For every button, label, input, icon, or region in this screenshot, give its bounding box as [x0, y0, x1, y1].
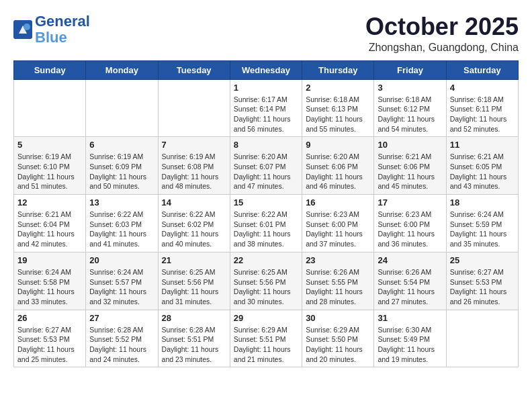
day-info: Sunrise: 6:21 AM Sunset: 6:05 PM Dayligh…	[450, 152, 515, 191]
weekday-monday: Monday	[86, 60, 158, 79]
calendar-cell: 29Sunrise: 6:29 AM Sunset: 5:51 PM Dayli…	[230, 310, 302, 367]
calendar-cell: 15Sunrise: 6:22 AM Sunset: 6:01 PM Dayli…	[230, 195, 302, 253]
day-number: 4	[450, 83, 515, 93]
month-title: October 2025	[365, 13, 519, 40]
location: Zhongshan, Guangdong, China	[365, 42, 519, 54]
logo-icon	[13, 20, 32, 39]
calendar-cell: 18Sunrise: 6:24 AM Sunset: 5:59 PM Dayli…	[446, 195, 518, 253]
calendar-cell: 22Sunrise: 6:25 AM Sunset: 5:56 PM Dayli…	[230, 252, 302, 310]
week-row-4: 19Sunrise: 6:24 AM Sunset: 5:58 PM Dayli…	[14, 252, 519, 310]
day-info: Sunrise: 6:19 AM Sunset: 6:08 PM Dayligh…	[162, 152, 226, 191]
day-info: Sunrise: 6:22 AM Sunset: 6:01 PM Dayligh…	[234, 210, 298, 249]
day-info: Sunrise: 6:22 AM Sunset: 6:03 PM Dayligh…	[89, 210, 154, 249]
day-number: 25	[450, 255, 515, 265]
day-number: 2	[306, 83, 370, 93]
calendar-cell: 11Sunrise: 6:21 AM Sunset: 6:05 PM Dayli…	[446, 137, 518, 195]
day-info: Sunrise: 6:29 AM Sunset: 5:51 PM Dayligh…	[234, 325, 298, 365]
day-number: 13	[89, 197, 154, 208]
calendar-table: SundayMondayTuesdayWednesdayThursdayFrid…	[13, 60, 519, 368]
calendar-cell	[86, 79, 158, 137]
day-number: 21	[162, 255, 226, 265]
calendar-cell: 10Sunrise: 6:21 AM Sunset: 6:06 PM Dayli…	[374, 137, 446, 195]
calendar-cell	[14, 79, 86, 137]
day-info: Sunrise: 6:26 AM Sunset: 5:54 PM Dayligh…	[378, 267, 442, 307]
calendar-cell: 12Sunrise: 6:21 AM Sunset: 6:04 PM Dayli…	[14, 195, 86, 253]
day-number: 20	[89, 255, 154, 265]
calendar-cell: 31Sunrise: 6:30 AM Sunset: 5:49 PM Dayli…	[374, 310, 446, 367]
day-number: 6	[89, 140, 154, 150]
week-row-5: 26Sunrise: 6:27 AM Sunset: 5:53 PM Dayli…	[14, 310, 519, 367]
day-number: 27	[89, 313, 154, 323]
weekday-tuesday: Tuesday	[158, 60, 230, 79]
weekday-saturday: Saturday	[446, 60, 518, 79]
day-number: 9	[306, 140, 370, 150]
day-number: 17	[378, 197, 442, 208]
day-info: Sunrise: 6:25 AM Sunset: 5:56 PM Dayligh…	[162, 267, 226, 307]
day-number: 30	[306, 313, 370, 323]
day-info: Sunrise: 6:22 AM Sunset: 6:02 PM Dayligh…	[162, 210, 226, 249]
calendar-cell: 25Sunrise: 6:27 AM Sunset: 5:53 PM Dayli…	[446, 252, 518, 310]
day-number: 31	[378, 313, 442, 323]
day-number: 22	[234, 255, 298, 265]
day-info: Sunrise: 6:24 AM Sunset: 5:59 PM Dayligh…	[450, 210, 515, 249]
day-number: 7	[162, 140, 226, 150]
day-info: Sunrise: 6:19 AM Sunset: 6:10 PM Dayligh…	[17, 152, 82, 191]
calendar-cell: 7Sunrise: 6:19 AM Sunset: 6:08 PM Daylig…	[158, 137, 230, 195]
page-header: GeneralBlue October 2025 Zhongshan, Guan…	[13, 13, 519, 54]
day-number: 14	[162, 197, 226, 208]
day-info: Sunrise: 6:27 AM Sunset: 5:53 PM Dayligh…	[17, 325, 82, 365]
day-info: Sunrise: 6:18 AM Sunset: 6:13 PM Dayligh…	[306, 95, 370, 134]
day-info: Sunrise: 6:23 AM Sunset: 6:00 PM Dayligh…	[306, 210, 370, 249]
logo: GeneralBlue	[13, 13, 90, 46]
calendar-cell: 20Sunrise: 6:24 AM Sunset: 5:57 PM Dayli…	[86, 252, 158, 310]
calendar-cell: 24Sunrise: 6:26 AM Sunset: 5:54 PM Dayli…	[374, 252, 446, 310]
day-info: Sunrise: 6:20 AM Sunset: 6:07 PM Dayligh…	[234, 152, 298, 191]
day-info: Sunrise: 6:18 AM Sunset: 6:12 PM Dayligh…	[378, 95, 442, 134]
day-info: Sunrise: 6:18 AM Sunset: 6:11 PM Dayligh…	[450, 95, 515, 134]
day-info: Sunrise: 6:24 AM Sunset: 5:58 PM Dayligh…	[17, 267, 82, 307]
day-info: Sunrise: 6:27 AM Sunset: 5:53 PM Dayligh…	[450, 267, 515, 307]
calendar-cell: 2Sunrise: 6:18 AM Sunset: 6:13 PM Daylig…	[302, 79, 374, 137]
day-number: 16	[306, 197, 370, 208]
calendar-cell	[158, 79, 230, 137]
calendar-cell: 28Sunrise: 6:28 AM Sunset: 5:51 PM Dayli…	[158, 310, 230, 367]
day-number: 5	[17, 140, 82, 150]
day-number: 19	[17, 255, 82, 265]
day-number: 29	[234, 313, 298, 323]
day-number: 24	[378, 255, 442, 265]
day-number: 18	[450, 197, 515, 208]
day-number: 10	[378, 140, 442, 150]
calendar-cell: 19Sunrise: 6:24 AM Sunset: 5:58 PM Dayli…	[14, 252, 86, 310]
calendar-cell: 30Sunrise: 6:29 AM Sunset: 5:50 PM Dayli…	[302, 310, 374, 367]
weekday-wednesday: Wednesday	[230, 60, 302, 79]
day-info: Sunrise: 6:26 AM Sunset: 5:55 PM Dayligh…	[306, 267, 370, 307]
weekday-header-row: SundayMondayTuesdayWednesdayThursdayFrid…	[14, 60, 519, 79]
day-number: 28	[162, 313, 226, 323]
week-row-1: 1Sunrise: 6:17 AM Sunset: 6:14 PM Daylig…	[14, 79, 519, 137]
day-number: 23	[306, 255, 370, 265]
calendar-cell: 5Sunrise: 6:19 AM Sunset: 6:10 PM Daylig…	[14, 137, 86, 195]
day-number: 3	[378, 83, 442, 93]
logo-text: GeneralBlue	[35, 13, 90, 46]
calendar-cell: 14Sunrise: 6:22 AM Sunset: 6:02 PM Dayli…	[158, 195, 230, 253]
day-info: Sunrise: 6:28 AM Sunset: 5:52 PM Dayligh…	[89, 325, 154, 365]
day-number: 12	[17, 197, 82, 208]
calendar-cell: 21Sunrise: 6:25 AM Sunset: 5:56 PM Dayli…	[158, 252, 230, 310]
calendar-cell: 13Sunrise: 6:22 AM Sunset: 6:03 PM Dayli…	[86, 195, 158, 253]
calendar-cell	[446, 310, 518, 367]
calendar-cell: 27Sunrise: 6:28 AM Sunset: 5:52 PM Dayli…	[86, 310, 158, 367]
day-number: 15	[234, 197, 298, 208]
calendar-cell: 17Sunrise: 6:23 AM Sunset: 6:00 PM Dayli…	[374, 195, 446, 253]
day-number: 26	[17, 313, 82, 323]
calendar-cell: 9Sunrise: 6:20 AM Sunset: 6:06 PM Daylig…	[302, 137, 374, 195]
calendar-cell: 3Sunrise: 6:18 AM Sunset: 6:12 PM Daylig…	[374, 79, 446, 137]
week-row-2: 5Sunrise: 6:19 AM Sunset: 6:10 PM Daylig…	[14, 137, 519, 195]
day-number: 1	[234, 83, 298, 93]
calendar-cell: 16Sunrise: 6:23 AM Sunset: 6:00 PM Dayli…	[302, 195, 374, 253]
calendar-cell: 8Sunrise: 6:20 AM Sunset: 6:07 PM Daylig…	[230, 137, 302, 195]
day-info: Sunrise: 6:25 AM Sunset: 5:56 PM Dayligh…	[234, 267, 298, 307]
day-number: 11	[450, 140, 515, 150]
day-info: Sunrise: 6:17 AM Sunset: 6:14 PM Dayligh…	[234, 95, 298, 134]
calendar-cell: 6Sunrise: 6:19 AM Sunset: 6:09 PM Daylig…	[86, 137, 158, 195]
calendar-cell: 4Sunrise: 6:18 AM Sunset: 6:11 PM Daylig…	[446, 79, 518, 137]
